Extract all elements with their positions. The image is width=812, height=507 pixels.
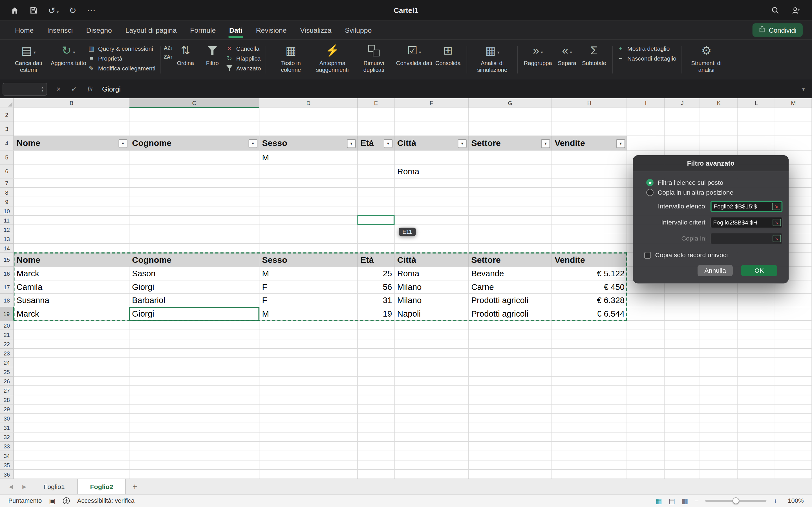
cell-G17[interactable]: Carne [469, 281, 552, 294]
range-picker-icon[interactable]: ↘ [772, 203, 780, 210]
row-header-2[interactable]: 2 [0, 108, 14, 122]
cell-G18[interactable]: Prodotti agricoli [469, 294, 552, 307]
select-all-corner[interactable] [0, 98, 14, 108]
ok-button[interactable]: OK [741, 265, 777, 276]
row-header-13[interactable]: 13 [0, 234, 14, 244]
row-header-25[interactable]: 25 [0, 367, 14, 377]
row-header-14[interactable]: 14 [0, 244, 14, 253]
cell-B19[interactable]: Marck [14, 307, 130, 321]
cell-F18[interactable]: Milano [395, 294, 469, 307]
column-header-I[interactable]: I [627, 98, 665, 108]
cell-D16[interactable]: M [259, 267, 358, 281]
checkbox-unchecked-icon[interactable] [644, 252, 651, 259]
ribbon-tab-inserisci[interactable]: Inserisci [40, 20, 80, 39]
page-break-view-icon[interactable]: ▥ [682, 497, 688, 505]
row-header-4[interactable]: 4 [0, 136, 14, 151]
cell-F19[interactable]: Napoli [395, 307, 469, 321]
ribbon-tab-layout-di-pagina[interactable]: Layout di pagina [119, 20, 184, 39]
ribbon-button-propriet[interactable]: ≡Proprietà [88, 55, 155, 62]
share-user-icon[interactable] [792, 6, 801, 14]
cell-C16[interactable]: Sason [130, 267, 259, 281]
list-range-input[interactable]: Foglio2!$B$15:$ ↘ [711, 201, 782, 212]
column-header-G[interactable]: G [469, 98, 552, 108]
range-picker-icon[interactable]: ↘ [772, 219, 781, 226]
header-cell-G4[interactable]: Settore▼ [469, 136, 552, 151]
cell-D5[interactable]: M [259, 151, 358, 165]
header-cell-C4[interactable]: Cognome▼ [130, 136, 259, 151]
column-header-F[interactable]: F [395, 98, 469, 108]
more-commands-icon[interactable]: ⋯ [87, 5, 96, 16]
header-cell-E4[interactable]: Età▼ [358, 136, 395, 151]
zoom-in-icon[interactable]: + [773, 497, 777, 505]
header-cell-H15[interactable]: Vendite [552, 253, 627, 267]
row-header-12[interactable]: 12 [0, 225, 14, 234]
row-header-30[interactable]: 30 [0, 414, 14, 423]
cell-C18[interactable]: Barbariol [130, 294, 259, 307]
cell-C17[interactable]: Giorgi [130, 281, 259, 294]
filter-dropdown-button[interactable]: ▼ [616, 139, 625, 148]
accessibility-status[interactable]: Accessibilità: verifica [77, 497, 135, 504]
cell-E19[interactable]: 19 [358, 307, 395, 321]
page-layout-view-icon[interactable]: ▤ [669, 497, 675, 505]
column-header-L[interactable]: L [738, 98, 775, 108]
column-header-E[interactable]: E [358, 98, 395, 108]
row-header-33[interactable]: 33 [0, 442, 14, 451]
cell-D19[interactable]: M [259, 307, 358, 321]
row-header-5[interactable]: 5 [0, 151, 14, 165]
share-button[interactable]: Condividi [752, 23, 803, 37]
radio-selected-icon[interactable] [646, 179, 654, 186]
save-icon[interactable] [30, 6, 38, 14]
cell-E18[interactable]: 31 [358, 294, 395, 307]
ribbon-tab-dati[interactable]: Dati [222, 20, 249, 39]
criteria-range-input[interactable]: Foglio2!$B$4:$H ↘ [711, 217, 782, 228]
ribbon-button-subtotale[interactable]: ΣSubtotale [580, 42, 608, 68]
row-header-8[interactable]: 8 [0, 188, 14, 197]
cell-G16[interactable]: Bevande [469, 267, 552, 281]
row-header-29[interactable]: 29 [0, 404, 14, 414]
ribbon-button-avanzato[interactable]: Avanzato [226, 65, 261, 71]
cell-F6[interactable]: Roma [395, 165, 469, 179]
column-header-H[interactable]: H [552, 98, 627, 108]
row-header-36[interactable]: 36 [0, 470, 14, 478]
name-box-spinner[interactable]: ▲▼ [41, 86, 47, 92]
row-header-6[interactable]: 6 [0, 165, 14, 179]
ribbon-button-query-connessioni[interactable]: ▥Query & connessioni [88, 46, 155, 52]
row-header-24[interactable]: 24 [0, 358, 14, 367]
row-header-27[interactable]: 27 [0, 386, 14, 395]
copy-elsewhere-option[interactable]: Copia in un'altra posizione [646, 189, 782, 196]
cell-D18[interactable]: F [259, 294, 358, 307]
ribbon-tab-disegno[interactable]: Disegno [80, 20, 119, 39]
header-cell-F4[interactable]: Città▼ [395, 136, 469, 151]
column-header-K[interactable]: K [700, 98, 738, 108]
ribbon-button-carica-dati-esterni[interactable]: ▤▾Carica dati esterni [8, 42, 49, 74]
row-header-11[interactable]: 11 [0, 216, 14, 225]
header-cell-G15[interactable]: Settore [469, 253, 552, 267]
header-cell-D15[interactable]: Sesso [259, 253, 358, 267]
ribbon-button-consolida[interactable]: ⊞Consolida [434, 42, 462, 68]
normal-view-icon[interactable]: ▦ [656, 497, 662, 505]
ribbon-tab-sviluppo[interactable]: Sviluppo [338, 20, 378, 39]
column-header-C[interactable]: C [130, 98, 259, 108]
ribbon-button-raggruppa[interactable]: »▾Raggruppa [522, 42, 553, 68]
cancel-button[interactable]: Annulla [698, 265, 733, 276]
sheet-tab-foglio2[interactable]: Foglio2 [77, 479, 126, 494]
formula-bar-expand-icon[interactable]: ▾ [802, 86, 812, 92]
ribbon-button-aggiorna-tutto[interactable]: ↻▾Aggiorna tutto [49, 42, 88, 68]
ribbon-button-filtro[interactable]: Filtro [199, 42, 226, 68]
row-header-32[interactable]: 32 [0, 433, 14, 442]
cell-B16[interactable]: Marck [14, 267, 130, 281]
previous-sheet-icon[interactable]: ◀ [4, 479, 18, 494]
header-cell-C15[interactable]: Cognome [130, 253, 259, 267]
column-header-M[interactable]: M [775, 98, 812, 108]
zoom-slider[interactable] [705, 500, 767, 502]
unique-records-option[interactable]: Copia solo record univoci [644, 251, 782, 259]
radio-unselected-icon[interactable] [646, 189, 654, 196]
ribbon-tab-formule[interactable]: Formule [183, 20, 222, 39]
row-header-16[interactable]: 16 [0, 267, 14, 281]
filter-in-place-option[interactable]: Filtra l'elenco sul posto [646, 179, 782, 186]
sheet-tab-foglio1[interactable]: Foglio1 [31, 479, 77, 494]
header-cell-F15[interactable]: Città [395, 253, 469, 267]
row-header-7[interactable]: 7 [0, 179, 14, 188]
header-cell-E15[interactable]: Età [358, 253, 395, 267]
cell-B17[interactable]: Camila [14, 281, 130, 294]
